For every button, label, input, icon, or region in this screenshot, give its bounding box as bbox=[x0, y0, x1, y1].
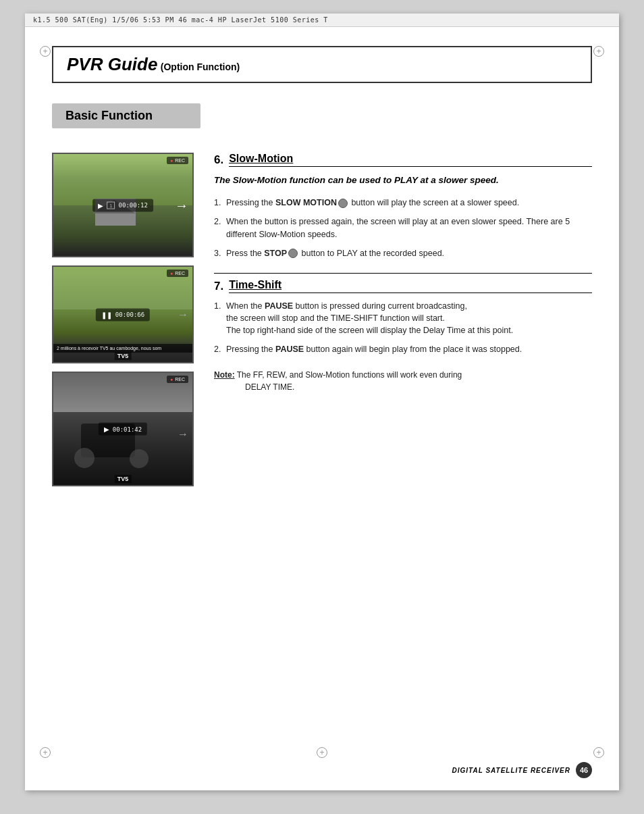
tv-osd-top-2: ● REC bbox=[167, 270, 188, 277]
pvr-title-sub: (Option Function) bbox=[161, 61, 240, 72]
tv-osd-rec-1: ● bbox=[170, 158, 173, 163]
page-number: 46 bbox=[580, 766, 588, 774]
reg-mark-top-right bbox=[593, 46, 604, 57]
section7-header: 7. Time-Shift bbox=[214, 279, 592, 293]
play-icon-1: ▶ bbox=[98, 201, 103, 209]
tv-osd-top-3: ● REC bbox=[167, 376, 188, 383]
page-num-badge: 46 bbox=[576, 762, 592, 778]
pause-keyword-1: PAUSE bbox=[265, 301, 293, 311]
tv-osd-rec-3: ● bbox=[170, 377, 173, 382]
reg-mark-bottom-right bbox=[593, 747, 604, 758]
section6-list: 1. Pressing the SLOW MOTION button will … bbox=[214, 197, 592, 259]
section6-title: Slow-Motion bbox=[229, 153, 592, 167]
arrow-right-2: → bbox=[178, 309, 188, 321]
tv-osd-rec-2: ● bbox=[170, 271, 173, 276]
section7-item-1: 1. When the PAUSE button is pressed duri… bbox=[214, 300, 592, 336]
note-label: Note: bbox=[214, 370, 235, 380]
section7-list: 1. When the PAUSE button is pressed duri… bbox=[214, 300, 592, 356]
basic-function-label: Basic Function bbox=[52, 103, 200, 128]
section6-item-1: 1. Pressing the SLOW MOTION button will … bbox=[214, 197, 592, 209]
section6-li3-num: 3. bbox=[214, 247, 221, 259]
top-bar: k1.5 500 SAT(Eng) 1/5/06 5:53 PM 46 mac-… bbox=[25, 14, 619, 27]
basic-function-section: Basic Function bbox=[25, 97, 619, 142]
tv-osd-center-3: ▶ 00:01:42 bbox=[99, 423, 147, 436]
section7-li1-num: 1. bbox=[214, 300, 221, 312]
section-divider bbox=[214, 273, 592, 274]
tv-screenshot-3: ● REC ▶ 00:01:42 → TV5 bbox=[52, 372, 194, 486]
section6-li2-num: 2. bbox=[214, 215, 221, 228]
section7-num: 7. bbox=[214, 280, 223, 293]
slow-motion-keyword: SLOW MOTION bbox=[275, 198, 337, 207]
reg-mark-bottom-left bbox=[40, 747, 51, 758]
tv-screenshot-1: ● REC ▶ 1 00:00:12 → bbox=[52, 153, 194, 257]
section6-li2-text: When the button is pressed again, the sc… bbox=[226, 217, 570, 238]
time-display-3: 00:01:42 bbox=[113, 426, 142, 432]
page: k1.5 500 SAT(Eng) 1/5/06 5:53 PM 46 mac-… bbox=[25, 14, 619, 790]
left-column: ● REC ▶ 1 00:00:12 → bbox=[52, 153, 194, 486]
section7-item-2: 2. Pressing the PAUSE button again will … bbox=[214, 343, 592, 355]
tv-osd-text-3: REC bbox=[175, 377, 185, 382]
time-display-1: 00:00:12 bbox=[119, 202, 148, 209]
tv-screenshot-2: ● REC ❚❚ 00:00:66 → 2 millions à recevoi… bbox=[52, 265, 194, 363]
main-content: ● REC ▶ 1 00:00:12 → bbox=[25, 153, 619, 486]
top-bar-text: k1.5 500 SAT(Eng) 1/5/06 5:53 PM 46 mac-… bbox=[33, 16, 328, 24]
section6-item-3: 3. Press the STOP button to PLAY at the … bbox=[214, 247, 592, 259]
section6-header: 6. Slow-Motion bbox=[214, 153, 592, 167]
section7-title: Time-Shift bbox=[229, 279, 592, 293]
slow-motion-btn-icon bbox=[338, 199, 348, 208]
section6-num: 6. bbox=[214, 153, 223, 167]
stop-keyword: STOP bbox=[264, 249, 287, 258]
reg-mark-bottom-center bbox=[317, 747, 327, 758]
page-footer: DIGITAL SATELLITE RECEIVER 46 bbox=[452, 762, 592, 778]
note-block: Note: The FF, REW, and Slow-Motion funct… bbox=[214, 369, 592, 393]
arrow-right-3: → bbox=[178, 428, 188, 440]
arrow-right-1: → bbox=[175, 197, 188, 213]
tv-logo-2: TV5 bbox=[115, 352, 132, 360]
tv-caption-2: 2 millions à recevoir TV5 au cambodge, n… bbox=[57, 346, 161, 351]
section6-desc: The Slow-Motion function can be used to … bbox=[214, 174, 592, 187]
stop-btn-icon bbox=[288, 249, 298, 258]
pvr-header-wrap: PVR Guide (Option Function) bbox=[25, 27, 619, 97]
footer-text: DIGITAL SATELLITE RECEIVER bbox=[452, 767, 570, 774]
pause-icon-2: ❚❚ bbox=[101, 311, 112, 318]
play-icon-3: ▶ bbox=[104, 426, 109, 433]
pause-keyword-2: PAUSE bbox=[275, 345, 304, 354]
right-column: 6. Slow-Motion The Slow-Motion function … bbox=[214, 153, 592, 486]
tv-logo-3: TV5 bbox=[115, 475, 132, 483]
section7-li2-num: 2. bbox=[214, 343, 221, 355]
section6-item-2: 2. When the button is pressed again, the… bbox=[214, 215, 592, 240]
tv-osd-center-2: ❚❚ 00:00:66 bbox=[96, 308, 150, 321]
tv-osd-top-1: ● REC bbox=[167, 157, 188, 164]
note-indent-text: DELAY TIME. bbox=[214, 381, 592, 393]
note-text: The FF, REW, and Slow-Motion functions w… bbox=[235, 370, 462, 380]
section6-li1-num: 1. bbox=[214, 197, 221, 209]
pvr-title-main: PVR Guide bbox=[67, 54, 157, 74]
pvr-header-box: PVR Guide (Option Function) bbox=[52, 46, 592, 83]
reg-mark-top-left bbox=[40, 46, 51, 57]
time-display-2: 00:00:66 bbox=[115, 311, 144, 318]
tv-osd-text-2: REC bbox=[175, 271, 185, 276]
tv-osd-text-1: REC bbox=[175, 158, 185, 163]
tv-osd-center-1: ▶ 1 00:00:12 bbox=[92, 199, 153, 211]
speed-indicator-1: 1 bbox=[107, 201, 115, 209]
